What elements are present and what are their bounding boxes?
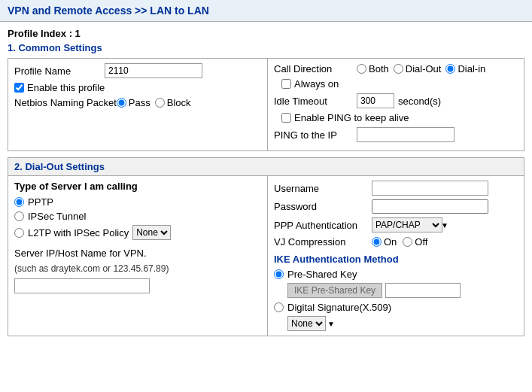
server-ip-label: Server IP/Host Name for VPN. <box>14 248 261 259</box>
netbios-label: Netbios Naming Packet <box>14 97 117 108</box>
pre-shared-key-label: Pre-Shared Key <box>287 269 357 280</box>
server-ip-hint: (such as draytek.com or 123.45.67.89) <box>14 263 261 274</box>
dial-out-title: 2. Dial-Out Settings <box>8 158 524 176</box>
password-row: Password <box>274 199 518 214</box>
vj-off-label: Off <box>415 236 427 248</box>
call-dialout-radio[interactable] <box>394 64 403 74</box>
ppp-auth-row: PPP Authentication PAP/CHAP PAP CHAP MS-… <box>274 217 518 232</box>
enable-ping-label: Enable PING to keep alive <box>294 112 409 123</box>
enable-profile-label: Enable this profile <box>27 82 105 93</box>
pptp-label: PPTP <box>28 196 53 208</box>
enable-profile-row: Enable this profile <box>14 82 261 93</box>
psk-row: Pre-Shared Key <box>274 269 518 280</box>
common-settings-section: Profile Name Enable this profile Netbios… <box>8 58 524 151</box>
digital-sig-row: Digital Signature(X.509) <box>274 302 518 313</box>
idle-timeout-row: Idle Timeout second(s) <box>274 93 518 108</box>
profile-name-label: Profile Name <box>14 65 105 77</box>
ping-ip-input[interactable] <box>357 127 454 142</box>
page-title: VPN and Remote Access >> LAN to LAN <box>8 5 209 17</box>
netbios-block-radio[interactable] <box>155 98 165 108</box>
enable-ping-row: Enable PING to keep alive <box>281 112 518 123</box>
l2tp-label: L2TP with IPSec Policy <box>28 227 129 239</box>
server-ip-input[interactable] <box>14 278 150 293</box>
username-input[interactable] <box>372 181 488 196</box>
ping-ip-row: PING to the IP <box>274 127 518 142</box>
ppp-auth-select[interactable]: PAP/CHAP PAP CHAP MS-CHAP v2 <box>372 217 442 232</box>
l2tp-policy-select[interactable]: None <box>132 225 171 240</box>
idle-timeout-unit: second(s) <box>398 96 441 107</box>
psk-radio[interactable] <box>274 269 284 279</box>
vj-label: VJ Compression <box>274 236 372 248</box>
always-on-checkbox[interactable] <box>281 79 291 89</box>
dial-out-section: 2. Dial-Out Settings Type of Server I am… <box>8 157 524 336</box>
call-dialin-option[interactable]: Dial-in <box>445 63 485 74</box>
ping-ip-label: PING to the IP <box>274 129 357 141</box>
always-on-label: Always on <box>294 78 339 90</box>
ipsec-option[interactable]: IPSec Tunnel <box>14 211 261 222</box>
vj-off-radio[interactable] <box>403 237 412 247</box>
call-both-option[interactable]: Both <box>357 63 389 74</box>
server-type-title: Type of Server I am calling <box>14 181 261 192</box>
username-label: Username <box>274 183 372 194</box>
psk-input-row: IKE Pre-Shared Key <box>287 283 518 298</box>
ipsec-label: IPSec Tunnel <box>28 211 86 222</box>
common-settings-title: 1. Common Settings <box>8 42 524 53</box>
ike-psk-button[interactable]: IKE Pre-Shared Key <box>287 283 382 298</box>
vj-compression-row: VJ Compression On Off <box>274 236 518 248</box>
vj-on-option[interactable]: On <box>372 236 397 248</box>
ike-auth-title: IKE Authentication Method <box>274 254 518 265</box>
netbios-pass-label: Pass <box>129 97 150 108</box>
call-dialin-radio[interactable] <box>445 64 455 74</box>
username-row: Username <box>274 181 518 196</box>
common-left-panel: Profile Name Enable this profile Netbios… <box>8 59 268 150</box>
auth-panel: Username Password PPP Authentication PAP… <box>268 176 524 336</box>
digital-sig-radio[interactable] <box>274 302 284 312</box>
profile-index: Profile Index : 1 <box>8 28 524 39</box>
ppp-auth-label: PPP Authentication <box>274 220 372 231</box>
page-header: VPN and Remote Access >> LAN to LAN <box>0 0 532 22</box>
enable-ping-checkbox[interactable] <box>281 113 291 123</box>
pptp-option[interactable]: PPTP <box>14 196 261 208</box>
digital-sig-select[interactable]: None <box>287 316 326 331</box>
profile-name-row: Profile Name <box>14 63 261 78</box>
call-direction-row: Call Direction Both Dial-Out Dial-in <box>274 63 518 74</box>
server-ip-section: Server IP/Host Name for VPN. (such as dr… <box>14 248 261 293</box>
call-dialin-label: Dial-in <box>458 63 485 74</box>
ipsec-radio[interactable] <box>14 211 24 221</box>
call-both-radio[interactable] <box>357 64 366 74</box>
l2tp-radio[interactable] <box>14 228 24 238</box>
enable-profile-checkbox[interactable] <box>14 83 24 93</box>
call-both-label: Both <box>369 63 389 74</box>
dig-sig-dropdown-icon: ▼ <box>327 320 335 328</box>
common-right-panel: Call Direction Both Dial-Out Dial-in <box>268 59 524 150</box>
netbios-pass-option[interactable]: Pass <box>117 97 150 108</box>
digital-sig-label: Digital Signature(X.509) <box>287 302 391 313</box>
netbios-block-option[interactable]: Block <box>155 97 191 108</box>
call-direction-label: Call Direction <box>274 63 357 74</box>
password-label: Password <box>274 201 372 212</box>
vj-on-radio[interactable] <box>372 237 382 247</box>
netbios-pass-radio[interactable] <box>117 98 126 108</box>
idle-timeout-input[interactable] <box>357 93 394 108</box>
idle-timeout-label: Idle Timeout <box>274 96 357 107</box>
profile-name-input[interactable] <box>105 63 202 78</box>
ppp-dropdown-icon: ▼ <box>441 221 448 229</box>
pptp-radio[interactable] <box>14 197 24 207</box>
vj-on-label: On <box>384 236 397 248</box>
server-type-panel: Type of Server I am calling PPTP IPSec T… <box>8 176 268 336</box>
vj-off-option[interactable]: Off <box>403 236 427 248</box>
call-dialout-label: Dial-Out <box>406 63 442 74</box>
password-input[interactable] <box>372 199 488 214</box>
ike-psk-input[interactable] <box>385 283 461 298</box>
l2tp-row: L2TP with IPSec Policy None <box>14 225 261 240</box>
always-on-row: Always on <box>281 78 518 90</box>
digital-sig-select-row: None ▼ <box>287 316 518 331</box>
netbios-block-label: Block <box>167 97 191 108</box>
netbios-row: Netbios Naming Packet Pass Block <box>14 97 261 108</box>
call-dialout-option[interactable]: Dial-Out <box>394 63 442 74</box>
